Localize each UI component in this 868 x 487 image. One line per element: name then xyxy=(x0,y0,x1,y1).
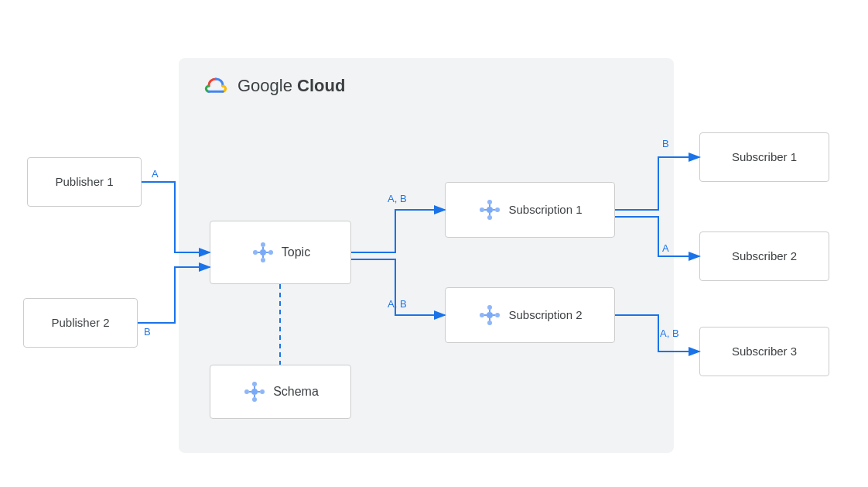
svg-point-19 xyxy=(487,200,492,204)
sub2-hub-icon xyxy=(477,303,502,328)
svg-point-0 xyxy=(260,249,266,256)
google-cloud-text: Google Cloud xyxy=(238,76,345,96)
subscriber2-label: Subscriber 2 xyxy=(732,249,797,262)
schema-label: Schema xyxy=(273,385,319,399)
svg-point-2 xyxy=(268,250,273,255)
subscription2-box: Subscription 2 xyxy=(445,287,615,343)
publisher1-label: Publisher 1 xyxy=(55,175,113,188)
google-cloud-logo: Google Cloud xyxy=(202,72,345,100)
svg-point-22 xyxy=(480,207,484,212)
svg-point-21 xyxy=(487,215,492,220)
subscriber3-box: Subscriber 3 xyxy=(699,327,829,376)
pub2-arrow-label: B xyxy=(144,326,151,338)
diagram-wrapper: Google Cloud Publisher 1 Publisher 2 Top… xyxy=(9,12,859,476)
svg-point-9 xyxy=(251,389,258,395)
subscriber1-box: Subscriber 1 xyxy=(699,132,829,182)
pub1-arrow-label: A xyxy=(152,168,159,180)
schema-hub-icon xyxy=(242,379,267,404)
svg-point-18 xyxy=(487,207,493,213)
topic-hub-icon xyxy=(251,240,275,265)
svg-point-27 xyxy=(487,312,493,318)
schema-box: Schema xyxy=(210,365,351,419)
subscriber3-label: Subscriber 3 xyxy=(732,345,797,358)
svg-point-4 xyxy=(253,250,258,255)
publisher2-label: Publisher 2 xyxy=(51,316,109,329)
svg-point-1 xyxy=(261,242,265,247)
subscription2-label: Subscription 2 xyxy=(508,308,582,321)
publisher2-box: Publisher 2 xyxy=(23,298,138,348)
subscriber1-label: Subscriber 1 xyxy=(732,150,797,163)
topic-label: Topic xyxy=(282,245,310,259)
subscription1-box: Subscription 1 xyxy=(445,182,615,238)
svg-point-11 xyxy=(260,389,265,394)
svg-point-10 xyxy=(252,382,257,386)
svg-point-20 xyxy=(495,207,500,212)
svg-point-30 xyxy=(487,321,492,325)
svg-point-29 xyxy=(495,313,500,317)
svg-point-31 xyxy=(480,313,484,317)
svg-point-28 xyxy=(487,305,492,310)
sub1-hub-icon xyxy=(477,197,502,222)
topic-box: Topic xyxy=(210,221,351,284)
google-cloud-logo-icon xyxy=(202,72,230,100)
publisher1-box: Publisher 1 xyxy=(27,157,142,207)
subscription1-label: Subscription 1 xyxy=(508,203,582,216)
svg-point-12 xyxy=(252,397,257,402)
svg-point-3 xyxy=(261,258,265,262)
subscriber2-box: Subscriber 2 xyxy=(699,231,829,281)
svg-point-13 xyxy=(244,389,249,394)
